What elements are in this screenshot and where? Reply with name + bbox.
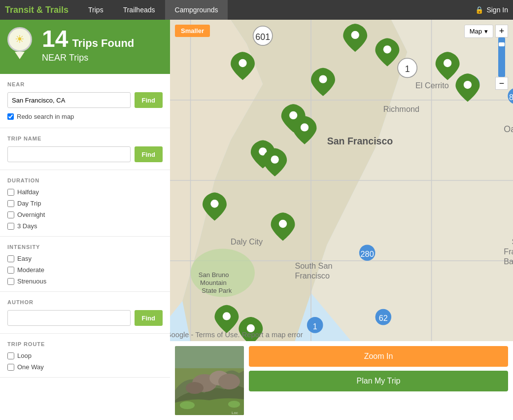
easy-label: Easy [17, 255, 32, 262]
sidebar: ☀ 14 Trips Found NEAR Trips NE [0, 20, 170, 420]
map-bottom-panel: Loc Zoom In Plan My Trip [170, 341, 513, 420]
loop-checkbox[interactable] [7, 352, 14, 359]
redo-search-label: Redo search in map [17, 113, 74, 120]
route-loop: Loop [7, 352, 163, 359]
daytrip-checkbox[interactable] [7, 200, 14, 207]
found-text: 14 Trips Found NEAR Trips [42, 27, 134, 63]
trips-label: Trips [69, 53, 88, 63]
zoom-in-button[interactable]: + [495, 25, 508, 37]
nav-trips[interactable]: Trips [78, 0, 113, 20]
map-type-label: Map [470, 28, 482, 35]
svg-text:San Francisco: San Francisco [327, 136, 393, 146]
svg-text:Richmond: Richmond [383, 105, 419, 113]
near-section-label: NEAR [7, 81, 163, 87]
svg-text:South San: South San [295, 261, 332, 270]
zoom-slider[interactable] [498, 37, 505, 77]
zoom-out-button[interactable]: − [495, 77, 508, 90]
svg-point-59 [228, 401, 240, 408]
oneway-label: One Way [17, 363, 44, 371]
3days-checkbox[interactable] [7, 223, 14, 230]
svg-point-27 [464, 81, 472, 89]
svg-point-33 [279, 220, 287, 228]
svg-text:Map data ©2013 Google - Terms : Map data ©2013 Google - Terms of Use. Re… [170, 331, 303, 339]
zoom-controls: + − [495, 25, 508, 90]
svg-text:Bay: Bay [504, 257, 513, 266]
svg-point-58 [180, 401, 195, 409]
author-section: AUTHOR Find [0, 292, 170, 334]
strenuous-checkbox[interactable] [7, 278, 14, 285]
plan-my-trip-button[interactable]: Plan My Trip [249, 371, 508, 391]
map-background: 601 1 80 880 280 1 62 [170, 20, 513, 341]
strenuous-label: Strenuous [17, 278, 46, 285]
duration-section: DURATION Halfday Day Trip Overnight 3 Da… [0, 170, 170, 237]
svg-text:Oakland: Oakland [504, 124, 513, 134]
near-label: NEAR [42, 53, 67, 63]
svg-text:1: 1 [313, 322, 317, 331]
found-count: 14 [42, 27, 68, 51]
svg-text:1: 1 [405, 64, 410, 74]
svg-point-34 [223, 312, 231, 320]
svg-point-26 [319, 75, 327, 83]
trip-route-label: TRIP ROUTE [7, 341, 163, 347]
map-bottom-inner: Loc Zoom In Plan My Trip [175, 346, 508, 415]
overnight-checkbox[interactable] [7, 211, 14, 218]
svg-text:Loc: Loc [232, 411, 238, 415]
svg-point-57 [218, 374, 240, 389]
nav-campgrounds[interactable]: Campgrounds [165, 0, 228, 20]
svg-point-31 [271, 155, 279, 163]
logo-text: Transit & Trails [5, 5, 68, 15]
near-input[interactable] [7, 92, 131, 108]
author-input[interactable] [7, 310, 131, 326]
duration-label: DURATION [7, 177, 163, 183]
svg-point-23 [383, 45, 391, 53]
oneway-checkbox[interactable] [7, 364, 14, 371]
halfday-checkbox[interactable] [7, 189, 14, 196]
nav-trailheads[interactable]: Trailheads [113, 0, 165, 20]
intensity-label: INTENSITY [7, 244, 163, 250]
svg-text:601: 601 [255, 32, 270, 42]
found-section: ☀ 14 Trips Found NEAR Trips [7, 27, 163, 63]
intensity-section: INTENSITY Easy Moderate Strenuous [0, 237, 170, 292]
near-section: NEAR Find Redo search in map [0, 74, 170, 128]
svg-text:880: 880 [509, 93, 513, 102]
zoom-in-action-button[interactable]: Zoom In [249, 346, 508, 367]
map-container[interactable]: 601 1 80 880 280 1 62 [170, 20, 513, 341]
svg-text:State Park: State Park [202, 287, 232, 294]
trip-name-input[interactable] [7, 146, 131, 162]
3days-label: 3 Days [17, 222, 37, 230]
svg-text:Francisco: Francisco [504, 247, 513, 256]
found-label: Trips Found [72, 37, 134, 50]
sign-in-button[interactable]: 🔒 Sign In [475, 6, 508, 14]
trip-name-label: TRIP NAME [7, 136, 163, 141]
smaller-button[interactable]: Smaller [175, 25, 210, 37]
map-type-selector[interactable]: Map ▾ [464, 25, 493, 38]
svg-text:Francisco: Francisco [295, 271, 330, 280]
svg-text:El Cerrito: El Cerrito [415, 81, 449, 90]
near-find-button[interactable]: Find [135, 92, 163, 108]
daytrip-label: Day Trip [17, 200, 41, 207]
svg-point-32 [210, 200, 218, 208]
moderate-label: Moderate [17, 266, 44, 274]
logo: Transit & Trails [5, 5, 68, 15]
svg-point-56 [186, 382, 204, 394]
trip-thumbnail-image: Loc [175, 346, 244, 415]
svg-text:280: 280 [361, 249, 374, 258]
svg-point-22 [351, 31, 359, 39]
svg-text:62: 62 [379, 314, 388, 322]
route-oneway: One Way [7, 363, 163, 371]
trip-name-find-button[interactable]: Find [135, 146, 163, 162]
svg-point-29 [301, 123, 308, 131]
trip-thumbnail: Loc [175, 346, 244, 415]
author-find-button[interactable]: Find [135, 310, 163, 326]
svg-text:San Bruno: San Bruno [199, 271, 229, 279]
sun-icon: ☀ [15, 33, 25, 46]
author-label: AUTHOR [7, 299, 163, 305]
duration-3days: 3 Days [7, 222, 163, 230]
easy-checkbox[interactable] [7, 255, 14, 262]
loop-label: Loop [17, 352, 32, 359]
intensity-moderate: Moderate [7, 266, 163, 274]
action-buttons: Zoom In Plan My Trip [249, 346, 508, 391]
moderate-checkbox[interactable] [7, 267, 14, 274]
redo-search-checkbox[interactable] [7, 113, 14, 120]
lock-icon: 🔒 [475, 6, 483, 14]
